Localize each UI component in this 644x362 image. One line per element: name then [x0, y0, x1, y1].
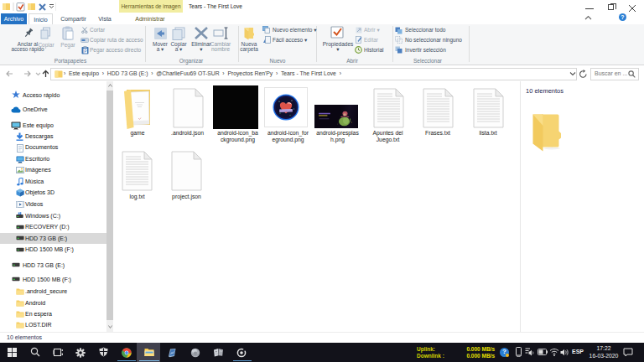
svg-text:The First Love: The First Love: [279, 110, 293, 112]
